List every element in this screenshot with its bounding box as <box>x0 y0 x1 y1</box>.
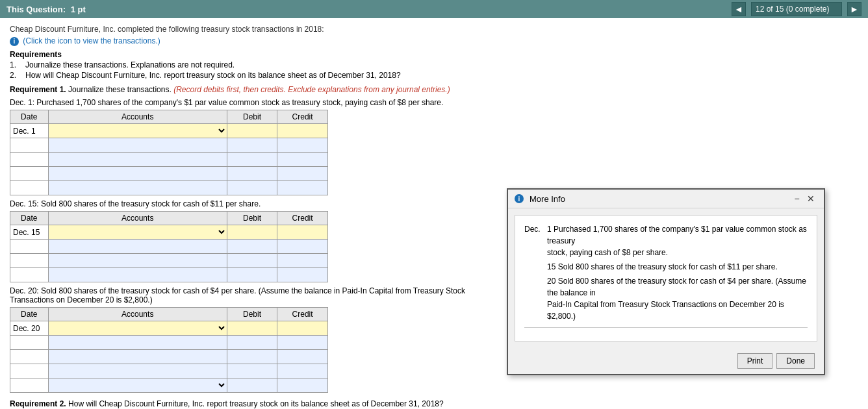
credit-cell[interactable] <box>277 123 328 138</box>
credit-input[interactable] <box>277 225 327 239</box>
debit-input[interactable] <box>227 138 277 152</box>
account-input[interactable] <box>49 336 227 349</box>
debit-input[interactable] <box>227 167 277 180</box>
accounts-cell[interactable] <box>48 335 227 349</box>
debit-input[interactable] <box>227 225 277 239</box>
debit-cell[interactable] <box>227 335 277 349</box>
popup-minimize-button[interactable]: − <box>791 193 802 204</box>
debit-input[interactable] <box>227 364 277 378</box>
credit-input[interactable] <box>277 138 327 152</box>
account-select[interactable] <box>49 321 227 335</box>
account-select-bottom[interactable] <box>49 378 227 392</box>
credit-cell[interactable] <box>277 321 328 335</box>
dec1-table: Date Accounts Debit Credit Dec. 1 <box>10 110 328 195</box>
credit-cell[interactable] <box>277 378 328 392</box>
debit-input[interactable] <box>227 240 277 253</box>
account-select[interactable] <box>49 225 227 239</box>
debit-input[interactable] <box>227 124 277 138</box>
credit-input[interactable] <box>277 364 327 378</box>
accounts-cell[interactable] <box>48 123 227 138</box>
debit-input[interactable] <box>227 378 277 392</box>
credit-cell[interactable] <box>277 180 328 195</box>
debit-input[interactable] <box>227 350 277 364</box>
credit-input[interactable] <box>277 350 327 364</box>
account-input[interactable] <box>49 240 227 253</box>
credit-input[interactable] <box>277 167 327 180</box>
credit-input[interactable] <box>277 181 327 195</box>
credit-input[interactable] <box>277 336 327 349</box>
debit-input[interactable] <box>227 153 277 166</box>
account-input[interactable] <box>49 181 227 195</box>
account-input[interactable] <box>49 167 227 180</box>
credit-cell[interactable] <box>277 349 328 364</box>
credit-cell[interactable] <box>277 335 328 349</box>
credit-cell[interactable] <box>277 239 328 253</box>
debit-input[interactable] <box>227 268 277 282</box>
main-content: Cheap Discount Furniture, Inc. completed… <box>0 18 500 409</box>
account-input[interactable] <box>49 254 227 267</box>
next-button[interactable]: ► <box>847 2 862 16</box>
debit-cell[interactable] <box>227 364 277 378</box>
info-link[interactable]: (Click the icon to view the transactions… <box>23 36 160 45</box>
debit-cell[interactable] <box>227 321 277 335</box>
credit-cell[interactable] <box>277 253 328 267</box>
accounts-cell[interactable] <box>48 180 227 195</box>
debit-input[interactable] <box>227 181 277 195</box>
accounts-cell[interactable] <box>48 349 227 364</box>
credit-cell[interactable] <box>277 267 328 282</box>
prev-button[interactable]: ◄ <box>732 2 746 16</box>
accounts-cell[interactable] <box>48 138 227 152</box>
debit-cell[interactable] <box>227 267 277 282</box>
debit-cell[interactable] <box>227 225 277 239</box>
debit-cell[interactable] <box>227 166 277 180</box>
req-item-2: 2. How will Cheap Discount Furniture, In… <box>10 71 491 80</box>
accounts-cell[interactable] <box>48 152 227 166</box>
popup-title: More Info <box>530 194 565 204</box>
progress-dropdown[interactable]: 12 of 15 (0 complete) <box>751 2 842 16</box>
req2-heading: Requirement 2. How will Cheap Discount F… <box>10 399 491 408</box>
credit-input[interactable] <box>277 378 327 392</box>
credit-input[interactable] <box>277 268 327 282</box>
accounts-cell[interactable] <box>48 378 227 392</box>
credit-cell[interactable] <box>277 152 328 166</box>
popup-close-button[interactable]: ✕ <box>804 193 817 204</box>
account-input[interactable] <box>49 350 227 364</box>
credit-input[interactable] <box>277 153 327 166</box>
account-input[interactable] <box>49 364 227 378</box>
credit-input[interactable] <box>277 240 327 253</box>
debit-cell[interactable] <box>227 239 277 253</box>
accounts-cell[interactable] <box>48 166 227 180</box>
debit-cell[interactable] <box>227 152 277 166</box>
print-button[interactable]: Print <box>737 353 773 369</box>
col-debit: Debit <box>227 110 277 123</box>
debit-cell[interactable] <box>227 253 277 267</box>
debit-input[interactable] <box>227 321 277 335</box>
debit-input[interactable] <box>227 254 277 267</box>
accounts-cell[interactable] <box>48 321 227 335</box>
credit-cell[interactable] <box>277 225 328 239</box>
credit-input[interactable] <box>277 321 327 335</box>
debit-cell[interactable] <box>227 123 277 138</box>
credit-cell[interactable] <box>277 138 328 152</box>
debit-cell[interactable] <box>227 378 277 392</box>
account-input[interactable] <box>49 138 227 152</box>
debit-cell[interactable] <box>227 138 277 152</box>
account-input[interactable] <box>49 153 227 166</box>
credit-cell[interactable] <box>277 364 328 378</box>
account-input[interactable] <box>49 268 227 282</box>
popup-footer: Print Done <box>508 348 824 374</box>
accounts-cell[interactable] <box>48 239 227 253</box>
credit-cell[interactable] <box>277 166 328 180</box>
credit-input[interactable] <box>277 254 327 267</box>
debit-cell[interactable] <box>227 180 277 195</box>
requirements-list: 1. Journalize these transactions. Explan… <box>10 60 491 80</box>
accounts-cell[interactable] <box>48 267 227 282</box>
credit-input[interactable] <box>277 124 327 138</box>
accounts-cell[interactable] <box>48 225 227 239</box>
account-select[interactable] <box>49 124 227 138</box>
accounts-cell[interactable] <box>48 364 227 378</box>
debit-input[interactable] <box>227 336 277 349</box>
accounts-cell[interactable] <box>48 253 227 267</box>
debit-cell[interactable] <box>227 349 277 364</box>
done-button[interactable]: Done <box>776 353 815 369</box>
